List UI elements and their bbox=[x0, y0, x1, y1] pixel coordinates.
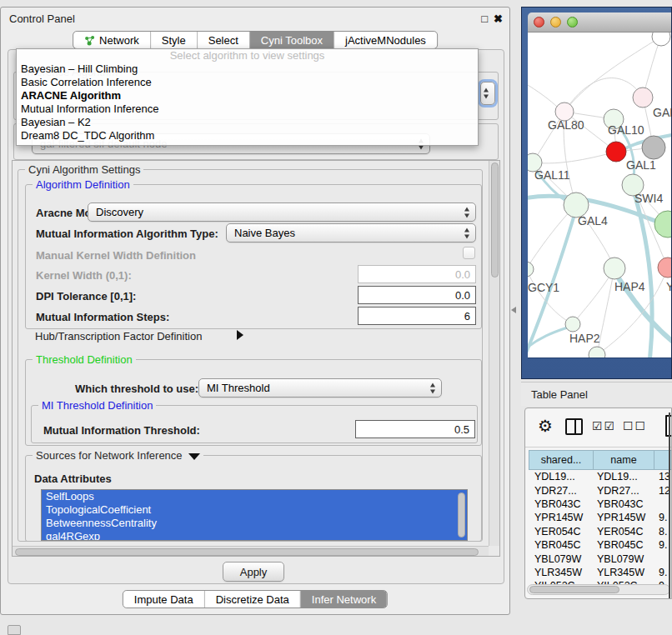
mi-threshold-field[interactable]: 0.5 bbox=[355, 420, 475, 438]
algorithm-combo-button[interactable] bbox=[480, 82, 495, 105]
zoom-traffic-light[interactable] bbox=[567, 17, 578, 28]
attribute-list-item[interactable]: gal4RGexp bbox=[42, 530, 467, 541]
network-node-y[interactable] bbox=[658, 258, 671, 278]
network-node[interactable] bbox=[589, 347, 605, 358]
table-row[interactable]: YBR043CYBR043C bbox=[529, 498, 672, 511]
mi-steps-field[interactable]: 6 bbox=[358, 307, 476, 325]
network-node-hap2[interactable] bbox=[565, 317, 580, 332]
tab-jactivemnodules[interactable]: jActiveMNodules bbox=[333, 32, 437, 48]
manual-kernel-label: Manual Kernel Width Definition bbox=[36, 249, 196, 262]
sources-legend-text: Sources for Network Inference bbox=[36, 449, 183, 462]
control-panel-titlebar: Control Panel □ ✖ bbox=[1, 8, 509, 29]
aracne-mode-combo[interactable]: Discovery bbox=[88, 202, 476, 222]
tab-impute-data[interactable]: Impute Data bbox=[123, 591, 204, 608]
bottom-tab-bar: Impute DataDiscretize DataInfer Network bbox=[123, 590, 388, 608]
attribute-list-item[interactable]: TopologicalCoefficient bbox=[42, 503, 467, 517]
column-header[interactable]: name bbox=[593, 450, 654, 470]
attribute-list-item[interactable]: SelfLoops bbox=[42, 490, 467, 503]
settings-vertical-scrollbar bbox=[489, 161, 499, 546]
which-threshold-value: MI Threshold bbox=[207, 382, 270, 394]
dropdown-item[interactable]: Bayesian – K2 bbox=[17, 116, 478, 129]
settings-scroll-pane: Cyni Algorithm Settings Algorithm Defini… bbox=[12, 160, 500, 557]
close-traffic-light[interactable] bbox=[534, 17, 544, 28]
divider-collapse-arrow[interactable] bbox=[511, 307, 516, 313]
table-cell: YBR045C bbox=[529, 539, 594, 551]
table-row[interactable]: YBL079WYBL079W bbox=[529, 552, 672, 565]
kernel-width-label: Kernel Width (0,1): bbox=[36, 269, 132, 282]
dropdown-item[interactable]: Basic Correlation Inference bbox=[17, 76, 478, 89]
combo-arrows-icon bbox=[429, 382, 437, 393]
dropdown-item[interactable]: ARACNE Algorithm bbox=[17, 89, 478, 102]
dpi-tolerance-label: DPI Tolerance [0,1]: bbox=[36, 290, 136, 302]
which-threshold-combo[interactable]: MI Threshold bbox=[198, 378, 442, 398]
network-node-gal2[interactable] bbox=[633, 88, 653, 108]
network-node-gal1[interactable] bbox=[606, 142, 626, 162]
mi-threshold-group: MI Threshold Definition Mutual Informati… bbox=[31, 405, 478, 443]
mi-threshold-label: Mutual Information Threshold: bbox=[43, 424, 200, 437]
kernel-width-field[interactable]: 0.0 bbox=[358, 265, 476, 283]
settings-vscroll-thumb[interactable] bbox=[491, 162, 499, 278]
table-cell: YLR345W bbox=[529, 567, 594, 578]
network-node[interactable] bbox=[642, 136, 665, 159]
tab-discretize-data[interactable]: Discretize Data bbox=[204, 591, 300, 608]
tab-style[interactable]: Style bbox=[150, 32, 197, 48]
table-cell: YBR045C bbox=[594, 539, 655, 551]
panel-title: Control Panel bbox=[9, 12, 75, 25]
column-header[interactable]: shared... bbox=[529, 450, 594, 470]
network-node[interactable] bbox=[654, 211, 671, 238]
dropdown-placeholder: Select algorithm to view settings bbox=[17, 49, 478, 62]
columns-icon[interactable] bbox=[565, 418, 583, 435]
table-row[interactable]: YPR145WYPR145W9. bbox=[529, 511, 672, 524]
table-row[interactable]: YDL19...YDL19...13 bbox=[529, 470, 672, 483]
table-row[interactable]: YLR345WYLR345W9. bbox=[529, 566, 672, 579]
table-row[interactable]: YBR045CYBR045C9. bbox=[529, 538, 672, 552]
network-node-hap4[interactable] bbox=[604, 258, 625, 279]
network-icon bbox=[84, 35, 95, 46]
table-hscroll-thumb[interactable] bbox=[529, 586, 619, 593]
list-scrollbar-thumb[interactable] bbox=[458, 492, 465, 538]
network-node[interactable] bbox=[652, 32, 670, 46]
apply-button[interactable]: Apply bbox=[223, 562, 284, 582]
network-node-gcy1[interactable] bbox=[528, 262, 534, 277]
dpi-tolerance-field[interactable]: 0.0 bbox=[358, 286, 476, 304]
gear-icon[interactable]: ⚙ bbox=[538, 416, 553, 436]
panel-edge-line bbox=[669, 412, 670, 598]
tab-select[interactable]: Select bbox=[197, 32, 249, 48]
collapse-down-icon[interactable] bbox=[188, 453, 200, 460]
table-row[interactable]: YER054CYER054C8. bbox=[529, 525, 672, 538]
algorithm-definition-legend: Algorithm Definition bbox=[33, 178, 133, 191]
manual-kernel-checkbox[interactable] bbox=[463, 247, 475, 259]
hub-expander-label[interactable]: Hub/Transcription Factor Definition bbox=[35, 330, 202, 342]
select-all-icon[interactable]: ☑☑ bbox=[592, 419, 616, 432]
tab-infer-network[interactable]: Infer Network bbox=[300, 591, 387, 608]
algorithm-dropdown-popup: Select algorithm to view settings Bayesi… bbox=[16, 48, 479, 146]
dropdown-item[interactable]: Mutual Information Inference bbox=[17, 102, 478, 116]
dropdown-item[interactable]: Dream8 DC_TDC Algorithm bbox=[17, 129, 478, 142]
attribute-list-item[interactable]: BetweennessCentrality bbox=[42, 517, 467, 530]
tab-label: Cyni Toolbox bbox=[261, 34, 323, 47]
close-icon[interactable]: ✖ bbox=[494, 12, 503, 25]
table-cell: YDR27... bbox=[529, 485, 594, 497]
minimize-traffic-light[interactable] bbox=[550, 17, 561, 28]
tab-label: Select bbox=[208, 34, 238, 47]
table-cell: YBR043C bbox=[529, 498, 594, 510]
network-canvas[interactable]: GAL2GAL80GAL10GAL1GAL11SWI4GAL4GCY1HAP4Y… bbox=[528, 32, 671, 358]
maximize-icon[interactable]: □ bbox=[481, 12, 488, 25]
dropdown-item[interactable]: Bayesian – Hill Climbing bbox=[17, 62, 478, 76]
deselect-all-icon[interactable]: ☐☐ bbox=[623, 419, 647, 432]
table-horizontal-scrollbar bbox=[527, 584, 670, 595]
threshold-definition-legend: Threshold Definition bbox=[33, 353, 136, 366]
node-label: SWI4 bbox=[634, 192, 663, 205]
tab-label: jActiveMNodules bbox=[345, 34, 426, 47]
table-row[interactable]: YDR27...YDR27...12 bbox=[529, 483, 672, 497]
sources-group: Sources for Network Inference Data Attri… bbox=[25, 455, 482, 542]
node-label: GAL11 bbox=[534, 168, 570, 182]
settings-hscroll-thumb[interactable] bbox=[15, 548, 479, 556]
expand-right-icon[interactable] bbox=[237, 330, 243, 340]
dock-mini-icon[interactable] bbox=[8, 625, 21, 635]
combo-arrows-icon bbox=[464, 207, 471, 218]
tab-network[interactable]: Network bbox=[73, 32, 150, 48]
mi-type-combo[interactable]: Naive Bayes bbox=[226, 223, 476, 242]
mi-steps-label: Mutual Information Steps: bbox=[36, 311, 169, 323]
tab-cyni-toolbox[interactable]: Cyni Toolbox bbox=[249, 32, 333, 48]
